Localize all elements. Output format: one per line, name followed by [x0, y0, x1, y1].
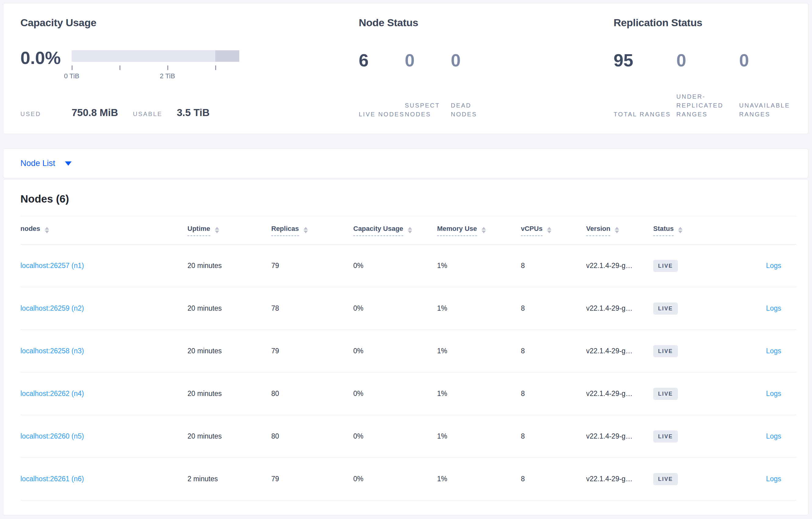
cell-uptime: 2 minutes [187, 458, 271, 500]
replicas-value: 80 [271, 432, 279, 440]
logs-link[interactable]: Logs [766, 262, 781, 270]
node-link[interactable]: localhost:26257 (n1) [21, 262, 84, 270]
sort-icon[interactable] [408, 227, 412, 233]
status-badge: LIVE [653, 260, 678, 272]
cell-uptime: 20 minutes [187, 287, 271, 330]
axis-tick [215, 65, 216, 70]
sort-down-arrow [547, 231, 551, 233]
total-ranges-value: 95 [614, 51, 676, 69]
version-value: v22.1.4-29-g… [586, 262, 633, 270]
sort-up-arrow [547, 227, 551, 230]
memory_use-value: 1% [437, 475, 447, 483]
cell-vcpus: 8 [521, 415, 586, 458]
cell-replicas: 80 [271, 372, 353, 415]
node-link[interactable]: localhost:26258 (n3) [21, 347, 84, 355]
sort-icon[interactable] [678, 227, 683, 233]
sort-icon[interactable] [303, 227, 308, 233]
column-label[interactable]: Memory Use [437, 225, 477, 236]
sort-icon[interactable] [615, 227, 619, 233]
column-label[interactable]: Capacity Usage [353, 225, 403, 236]
capacity-usage-meter: 0.0% 0 TiB2 TiB [21, 49, 239, 84]
cell-address: localhost:26259 (n2) [21, 287, 187, 330]
cell-address: localhost:26258 (n3) [21, 330, 187, 372]
capacity_usage-value: 0% [353, 475, 363, 483]
logs-link[interactable]: Logs [766, 304, 781, 312]
cell-address: localhost:26262 (n4) [21, 372, 187, 415]
node-link[interactable]: localhost:26261 (n6) [21, 475, 84, 483]
memory_use-value: 1% [437, 390, 447, 397]
sort-up-arrow [408, 227, 412, 230]
column-label[interactable]: nodes [21, 225, 40, 236]
logs-link[interactable]: Logs [766, 475, 781, 483]
cell-logs: Logs [726, 458, 796, 500]
dead-nodes-value: 0 [451, 51, 497, 69]
sort-icon[interactable] [45, 227, 49, 233]
column-header-capacity_usage[interactable]: Capacity Usage [353, 216, 437, 245]
sort-icon[interactable] [215, 227, 219, 233]
cell-vcpus: 8 [521, 372, 586, 415]
capacity-usage-title: Capacity Usage [21, 17, 96, 29]
under-replicated-ranges-value: 0 [676, 51, 739, 69]
version-value: v22.1.4-29-g… [586, 304, 633, 312]
vcpus-value: 8 [521, 390, 525, 397]
column-header-replicas[interactable]: Replicas [271, 216, 353, 245]
replicas-value: 80 [271, 390, 279, 397]
column-label[interactable]: Replicas [271, 225, 299, 236]
status-badge: LIVE [653, 430, 678, 442]
logs-link[interactable]: Logs [766, 432, 781, 440]
node-link[interactable]: localhost:26260 (n5) [21, 432, 84, 440]
table-header-row: nodesUptimeReplicasCapacity UsageMemory … [21, 216, 796, 245]
column-label[interactable]: Uptime [187, 225, 210, 236]
capacity-bar-reserved-segment [215, 50, 239, 62]
memory_use-value: 1% [437, 347, 447, 355]
uptime-value: 20 minutes [187, 304, 222, 312]
chevron-down-icon[interactable] [65, 161, 71, 166]
cluster-summary-card: Capacity Usage 0.0% 0 TiB2 TiB USED 750.… [3, 3, 808, 134]
memory_use-value: 1% [437, 432, 447, 440]
view-selector[interactable]: Node List [3, 149, 808, 178]
sort-up-arrow [45, 227, 49, 230]
cell-uptime: 20 minutes [187, 415, 271, 458]
cell-address: localhost:26257 (n1) [21, 245, 187, 287]
capacity_usage-value: 0% [353, 262, 363, 270]
sort-down-arrow [615, 231, 619, 233]
column-header-address[interactable]: nodes [21, 216, 187, 245]
logs-link[interactable]: Logs [766, 347, 781, 355]
nodes-card: Nodes (6) nodesUptimeReplicasCapacity Us… [3, 179, 808, 515]
sort-icon[interactable] [482, 227, 486, 233]
column-header-vcpus[interactable]: vCPUs [521, 216, 586, 245]
cell-vcpus: 8 [521, 245, 586, 287]
cell-logs: Logs [726, 330, 796, 372]
cell-uptime: 20 minutes [187, 372, 271, 415]
memory_use-value: 1% [437, 262, 447, 270]
table-row: localhost:26261 (n6)2 minutes790%1%8v22.… [21, 458, 796, 500]
column-header-version[interactable]: Version [586, 216, 653, 245]
node-link[interactable]: localhost:26259 (n2) [21, 304, 84, 312]
capacity_usage-value: 0% [353, 432, 363, 440]
usable-label: USABLE [133, 111, 177, 118]
vcpus-value: 8 [521, 475, 525, 483]
axis-tick [167, 65, 168, 70]
sort-down-arrow [215, 231, 219, 233]
column-header-status[interactable]: Status [653, 216, 726, 245]
node-list-dropdown[interactable]: Node List [21, 159, 55, 168]
cell-capacity_usage: 0% [353, 330, 437, 372]
nodes-heading: Nodes (6) [21, 193, 796, 205]
table-row: localhost:26262 (n4)20 minutes800%1%8v22… [21, 372, 796, 415]
nodes-table: nodesUptimeReplicasCapacity UsageMemory … [21, 216, 796, 500]
column-label[interactable]: Version [586, 225, 610, 236]
logs-link[interactable]: Logs [766, 390, 781, 397]
table-row: localhost:26257 (n1)20 minutes790%1%8v22… [21, 245, 796, 287]
unavailable-ranges-stat: 0 UNAVAILABLE RANGES [739, 51, 802, 119]
cell-address: localhost:26260 (n5) [21, 415, 187, 458]
cell-replicas: 78 [271, 287, 353, 330]
node-link[interactable]: localhost:26262 (n4) [21, 390, 84, 397]
sort-icon[interactable] [547, 227, 551, 233]
column-header-memory_use[interactable]: Memory Use [437, 216, 521, 245]
column-header-uptime[interactable]: Uptime [187, 216, 271, 245]
column-label[interactable]: vCPUs [521, 225, 543, 236]
cell-vcpus: 8 [521, 287, 586, 330]
status-badge: LIVE [653, 345, 678, 357]
column-label[interactable]: Status [653, 225, 674, 236]
table-row: localhost:26259 (n2)20 minutes780%1%8v22… [21, 287, 796, 330]
